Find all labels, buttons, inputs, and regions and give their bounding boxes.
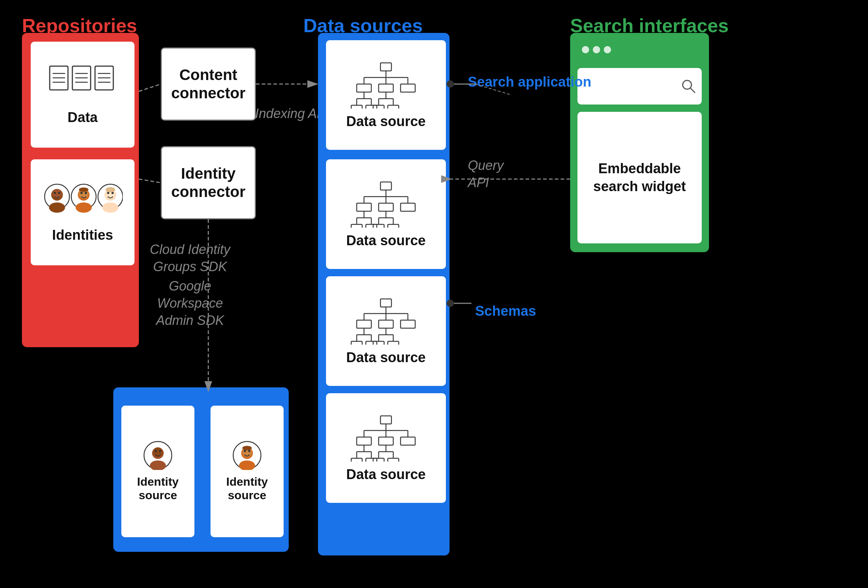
svg-point-14 — [49, 202, 65, 213]
svg-rect-80 — [357, 320, 371, 328]
svg-rect-53 — [381, 182, 391, 190]
svg-point-121 — [150, 461, 166, 470]
svg-rect-74 — [381, 299, 391, 307]
svg-rect-73 — [388, 225, 399, 228]
embeddable-widget-card: Embeddable search widget — [577, 112, 702, 244]
svg-rect-51 — [373, 105, 384, 109]
svg-line-131 — [139, 84, 161, 92]
svg-point-29 — [107, 192, 109, 194]
svg-rect-92 — [366, 341, 377, 344]
svg-rect-91 — [351, 341, 362, 344]
svg-point-126 — [248, 450, 250, 452]
identities-card: Identities — [31, 160, 134, 265]
svg-rect-112 — [351, 458, 362, 462]
svg-point-128 — [242, 446, 252, 450]
browser-dot-1 — [582, 46, 589, 53]
search-interfaces-box: Embeddable search widget — [570, 33, 709, 252]
data-icons — [31, 64, 134, 105]
data-source-label-2: Data source — [346, 233, 426, 248]
svg-point-119 — [155, 450, 157, 452]
svg-line-130 — [690, 88, 695, 92]
svg-point-127 — [239, 461, 255, 470]
svg-rect-81 — [379, 320, 393, 328]
svg-rect-40 — [400, 84, 415, 92]
identity-source-label-2: Identity source — [211, 475, 283, 502]
svg-rect-114 — [373, 458, 384, 462]
data-card: Data — [31, 42, 134, 148]
embeddable-label: Embeddable search widget — [577, 160, 702, 196]
svg-point-16 — [54, 192, 56, 194]
schemas-label: Schemas — [475, 303, 536, 319]
svg-rect-60 — [379, 203, 393, 211]
svg-rect-52 — [388, 105, 399, 109]
data-label: Data — [68, 109, 97, 126]
identity-source-card-1: Identity source — [121, 406, 195, 537]
svg-point-20 — [76, 202, 92, 213]
svg-rect-39 — [379, 84, 393, 92]
svg-point-23 — [85, 192, 87, 194]
svg-point-31 — [106, 187, 115, 192]
svg-rect-38 — [357, 84, 371, 92]
svg-point-22 — [80, 192, 83, 194]
browser-header — [576, 39, 703, 61]
svg-point-120 — [159, 450, 161, 452]
query-api-label: QueryAPI — [468, 157, 503, 192]
data-source-card-4: Data source — [326, 393, 446, 503]
svg-rect-102 — [379, 437, 393, 445]
data-source-label-1: Data source — [346, 114, 426, 129]
identity-connector-label: Identity connector — [162, 164, 255, 201]
svg-rect-94 — [388, 341, 399, 344]
svg-point-125 — [244, 450, 246, 452]
data-source-card-1: Data source — [326, 40, 446, 150]
svg-rect-50 — [366, 105, 377, 109]
svg-point-27 — [102, 202, 118, 213]
data-source-label-3: Data source — [346, 350, 426, 365]
browser-dot-3 — [604, 46, 611, 53]
svg-rect-59 — [357, 203, 371, 211]
svg-point-24 — [79, 188, 89, 192]
svg-point-15 — [52, 189, 62, 199]
identity-sources-box: Identity source Identity source — [113, 387, 289, 552]
repositories-box: Data — [22, 33, 139, 347]
svg-rect-82 — [400, 320, 415, 328]
diagram: Repositories Data sources Search interfa… — [0, 0, 868, 588]
svg-point-17 — [58, 192, 60, 194]
identity-icons — [31, 182, 134, 222]
browser-dot-2 — [593, 46, 600, 53]
svg-line-132 — [139, 179, 161, 183]
data-sources-box: Data source — [318, 33, 450, 555]
svg-rect-71 — [366, 225, 377, 228]
search-application-label: Search application — [468, 73, 591, 91]
data-source-card-2: Data source — [326, 160, 446, 269]
svg-rect-70 — [351, 225, 362, 228]
svg-rect-49 — [351, 105, 362, 109]
svg-rect-103 — [400, 437, 415, 445]
svg-rect-101 — [357, 437, 371, 445]
data-source-card-3: Data source — [326, 276, 446, 386]
svg-point-30 — [111, 192, 114, 194]
svg-rect-32 — [381, 63, 391, 71]
svg-rect-115 — [388, 458, 399, 462]
svg-rect-61 — [400, 203, 415, 211]
content-connector-label: Content connector — [162, 66, 255, 103]
identity-source-label-1: Identity source — [121, 475, 195, 502]
svg-rect-93 — [373, 341, 384, 344]
content-connector-box: Content connector — [161, 47, 256, 121]
search-bar-card[interactable] — [577, 68, 702, 105]
svg-rect-95 — [381, 416, 391, 424]
identities-label: Identities — [52, 227, 113, 243]
svg-rect-72 — [373, 225, 384, 228]
cloud-identity-label: Cloud IdentityGroups SDK — [143, 241, 238, 276]
identity-connector-box: Identity connector — [161, 146, 256, 219]
google-workspace-label: Google WorkspaceAdmin SDK — [139, 278, 241, 329]
identity-source-card-2: Identity source — [211, 406, 283, 537]
data-source-label-4: Data source — [346, 467, 426, 482]
svg-rect-113 — [366, 458, 377, 462]
